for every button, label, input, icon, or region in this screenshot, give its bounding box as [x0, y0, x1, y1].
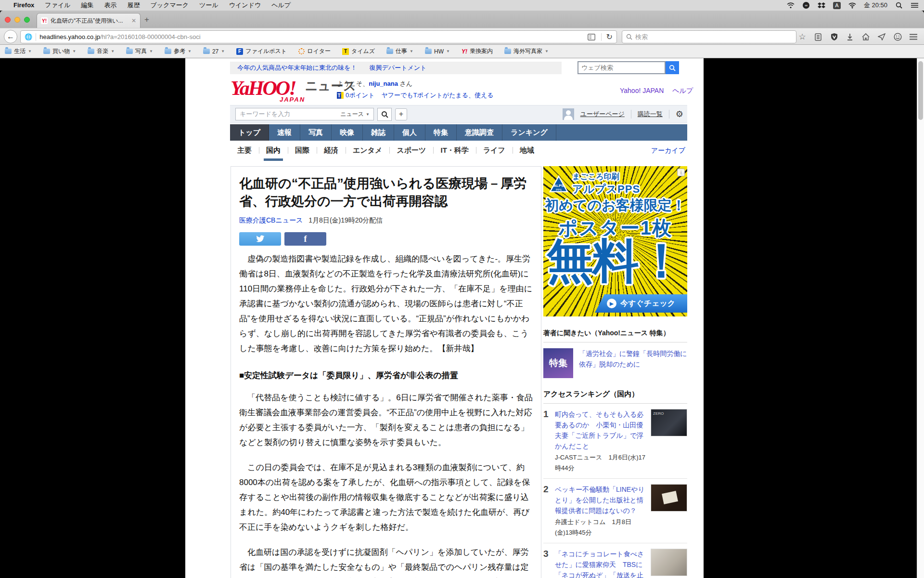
menubar-item-ブックマーク[interactable]: ブックマーク — [151, 1, 189, 9]
notification-center-icon[interactable] — [911, 2, 918, 9]
ad-cta-button[interactable]: ▶ 今すぐチェック — [595, 294, 687, 313]
home-icon[interactable] — [861, 32, 871, 42]
ranking-thumbnail[interactable] — [651, 409, 687, 436]
bookmark-音楽[interactable]: 音楽▼ — [88, 47, 115, 55]
back-button[interactable]: ← — [4, 30, 17, 43]
gnav-tab-特集[interactable]: 特集 — [425, 124, 457, 141]
bookmark-仕事[interactable]: 仕事▼ — [386, 47, 413, 55]
ranking-link[interactable]: 町内会って、そもそも入る必要あるのか 小栗旬・山田優夫妻「ご近所トラブル」で浮か… — [555, 410, 643, 450]
menubar-item-履歴[interactable]: 履歴 — [128, 1, 140, 9]
bookmark-ロイター[interactable]: ロイター — [298, 47, 331, 55]
yahoo-japan-link[interactable]: Yahoo! JAPAN — [620, 87, 664, 95]
userpage-link[interactable]: ユーザーページ — [580, 110, 625, 118]
news-search-input[interactable]: キーワードを入力 ニュース▼ — [235, 108, 374, 120]
username[interactable]: niju_nana — [369, 80, 398, 87]
display-ad[interactable]: ALPS PPS まごころ印刷 アルプスPPS 初めてのお客様限定！ ポスター1… — [543, 166, 687, 316]
menubar-item-Firefox[interactable]: Firefox — [13, 1, 34, 9]
bookmark-乗換案内[interactable]: Y!乗換案内 — [462, 47, 493, 55]
tpoint-balance-link[interactable]: 0ポイント — [346, 91, 374, 100]
subnav-item-主要[interactable]: 主要 — [230, 146, 259, 155]
web-search-input[interactable] — [578, 61, 666, 74]
bookmark-star-icon[interactable]: ☆ — [797, 32, 807, 42]
add-search-button[interactable]: + — [395, 108, 407, 120]
subnav-item-経済[interactable]: 経済 — [317, 146, 346, 155]
twitter-share-button[interactable] — [239, 232, 281, 246]
subnav-item-エンタメ[interactable]: エンタメ — [346, 146, 389, 155]
menubar-item-表示[interactable]: 表示 — [104, 1, 117, 9]
promo-link-2[interactable]: 復興デパートメント — [370, 64, 427, 72]
yahoo-japan-logo[interactable]: YaHOO! JAPAN — [231, 77, 295, 100]
menubar-item-ウインドウ[interactable]: ウインドウ — [229, 1, 261, 9]
url-bar[interactable]: 🌐 headlines.yahoo.co.jp/hl?a=20160108-00… — [20, 30, 617, 43]
scrollbar[interactable] — [917, 58, 924, 578]
gnav-tab-雑誌[interactable]: 雑誌 — [363, 124, 394, 141]
search-scope-dropdown[interactable]: ニュース▼ — [340, 110, 370, 118]
subnav-item-ライフ[interactable]: ライフ — [476, 146, 513, 155]
subnav-item-地域[interactable]: 地域 — [513, 146, 541, 155]
feature-thumbnail[interactable]: 特集 — [543, 348, 573, 378]
airport-signal-icon[interactable] — [787, 2, 795, 9]
reload-icon[interactable]: ↻ — [606, 32, 613, 41]
shield-extension-icon[interactable] — [829, 32, 839, 42]
minimize-window-button[interactable] — [14, 17, 20, 23]
subnav-item-スポーツ[interactable]: スポーツ — [389, 146, 433, 155]
feature-link[interactable]: 「過労社会」に警鐘「長時間労働に依存」脱却のために — [579, 348, 687, 378]
dropbox-icon[interactable] — [818, 2, 825, 9]
downloads-icon[interactable] — [845, 32, 855, 42]
subnav-item-国際[interactable]: 国際 — [288, 146, 317, 155]
gnav-tab-ランキング[interactable]: ランキング — [502, 124, 556, 141]
input-source-icon[interactable]: A — [833, 2, 841, 9]
bookmark-ファイルポスト[interactable]: Fファイルポスト — [236, 47, 287, 55]
share-plane-icon[interactable] — [877, 32, 886, 42]
zoom-window-button[interactable] — [24, 17, 30, 23]
close-window-button[interactable] — [5, 17, 11, 23]
scrollbar-thumb[interactable] — [918, 61, 923, 120]
gnav-tab-映像[interactable]: 映像 — [332, 124, 363, 141]
subscriptions-link[interactable]: 購読一覧 — [638, 110, 663, 118]
gnav-tab-個人[interactable]: 個人 — [394, 124, 425, 141]
gnav-tab-意識調査[interactable]: 意識調査 — [457, 124, 502, 141]
subnav-item-IT・科学[interactable]: IT・科学 — [433, 146, 475, 155]
spotlight-icon[interactable] — [895, 2, 903, 9]
tab-close-icon[interactable]: ✕ — [131, 17, 136, 24]
bookmark-海外写真家[interactable]: 海外写真家▼ — [504, 47, 549, 55]
menubar-item-ファイル[interactable]: ファイル — [45, 1, 70, 9]
menubar-item-ヘルプ[interactable]: ヘルプ — [271, 1, 291, 9]
menubar-item-編集[interactable]: 編集 — [81, 1, 94, 9]
subnav-item-国内[interactable]: 国内 — [259, 146, 288, 155]
web-search-button[interactable] — [666, 61, 679, 74]
bookmark-生活[interactable]: 生活▼ — [5, 47, 32, 55]
wifi-icon[interactable] — [848, 2, 856, 9]
bookmark-タイムズ[interactable]: Tタイムズ — [342, 47, 375, 55]
archive-link[interactable]: アーカイブ — [651, 146, 685, 155]
bookmark-HW[interactable]: HW▼ — [425, 48, 450, 55]
creative-cloud-icon[interactable]: ∞ — [802, 2, 810, 9]
browser-search-field[interactable]: 検索 — [622, 30, 796, 43]
bookmark-買い物[interactable]: 買い物▼ — [43, 47, 76, 55]
browser-tab[interactable]: Y! 化血研の“不正品”使用強い... ✕ — [37, 13, 141, 28]
gnav-tab-写真[interactable]: 写真 — [300, 124, 332, 141]
bookmark-写真[interactable]: 写真▼ — [126, 47, 153, 55]
tpoint-note-link[interactable]: ヤフーでもTポイントがたまる、使える — [381, 91, 493, 100]
gnav-tab-速報[interactable]: 速報 — [269, 124, 300, 141]
article-source-link[interactable]: 医療介護CBニュース — [239, 216, 303, 224]
gear-icon[interactable]: ⚙ — [676, 109, 683, 119]
facebook-share-button[interactable]: f — [284, 232, 326, 246]
reading-list-icon[interactable] — [813, 32, 823, 42]
ranking-thumbnail[interactable] — [651, 549, 687, 576]
smiley-extension-icon[interactable] — [893, 32, 902, 42]
gnav-tab-トップ[interactable]: トップ — [230, 124, 269, 141]
bookmark-参考[interactable]: 参考▼ — [165, 47, 192, 55]
ranking-link[interactable]: 「ネコにチョコレート食べさせた」に愛猫家仰天 TBSに「ネコが死ぬぞ」「放送を止… — [555, 550, 644, 578]
menu-hamburger-icon[interactable] — [909, 32, 918, 42]
menubar-item-ツール[interactable]: ツール — [199, 1, 218, 9]
news-search-button[interactable] — [377, 108, 392, 121]
bookmark-27[interactable]: 27▼ — [203, 48, 225, 55]
ranking-thumbnail[interactable] — [651, 484, 687, 512]
promo-link[interactable]: 今年の人気商品や年末年始に東北の味を！ — [237, 64, 357, 72]
help-link[interactable]: ヘルプ — [672, 87, 693, 95]
reader-mode-icon[interactable] — [587, 32, 596, 42]
new-tab-button[interactable]: + — [144, 15, 149, 24]
ranking-link[interactable]: ベッキー不倫騒動「LINEやりとり」を公開した出版社と情報提供者に問題はないの？ — [555, 486, 645, 514]
menubar-clock[interactable]: 金 20:50 — [864, 1, 887, 10]
